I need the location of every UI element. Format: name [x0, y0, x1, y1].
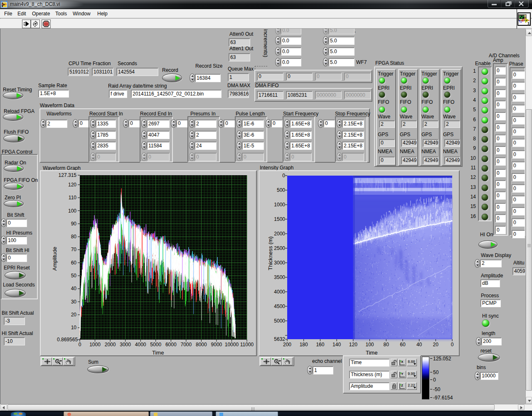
svg-text:X: X — [401, 360, 404, 364]
svg-text:Z: Z — [401, 384, 403, 387]
svg-text:Y: Y — [401, 372, 404, 376]
svg-text:1: 1 — [527, 21, 530, 25]
